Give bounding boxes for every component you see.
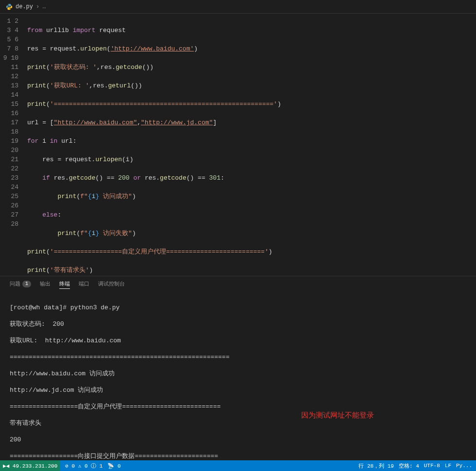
status-position[interactable]: 行 28，列 19 [358, 462, 394, 470]
annotation-text: 因为测试网址不能登录 [301, 412, 374, 420]
statusbar: ▶◀ 49.233.231.200 ⊘ 0 ⚠ 0 ⓘ 1 📡 0 行 28，列… [0, 460, 476, 471]
status-remote[interactable]: ▶◀ 49.233.231.200 [0, 460, 60, 471]
terminal-line: http://www.baidu.com 访问成功 [10, 370, 466, 378]
breadcrumb-file[interactable]: de.py [16, 3, 33, 10]
terminal-line: http://www.jd.com 访问成功 [10, 386, 466, 394]
tab-problems[interactable]: 问题 1 [10, 280, 31, 287]
status-encoding[interactable]: UTF-8 [424, 463, 440, 469]
tab-debug-console[interactable]: 调试控制台 [98, 280, 125, 287]
panel-tabs: 问题 1 输出 终端 端口 调试控制台 [0, 276, 476, 291]
status-eol[interactable]: LF [445, 463, 451, 469]
terminal-line: ========================================… [10, 353, 466, 361]
terminal-line: 获取URL: http://www.baidu.com [10, 336, 466, 345]
panel: 问题 1 输出 终端 端口 调试控制台 [root@wh data]# pyth… [0, 276, 476, 460]
terminal-line: 获取状态码: 200 [10, 320, 466, 328]
terminal-line: ==================向接口提交用户数据=============… [10, 452, 466, 460]
terminal[interactable]: [root@wh data]# python3 de.py 获取状态码: 200… [0, 291, 476, 460]
tab-output[interactable]: 输出 [40, 280, 51, 287]
editor[interactable]: 1 2 3 4 5 6 7 8 9 10 11 12 13 14 15 16 1… [0, 14, 476, 276]
status-errors[interactable]: ⊘ 0 ⚠ 0 ⓘ 1 [65, 462, 102, 470]
breadcrumb-more[interactable]: … [42, 3, 46, 10]
terminal-line: 200 [10, 436, 466, 444]
python-file-icon [6, 3, 13, 10]
terminal-line: ==================自定义用户代理===============… [10, 403, 466, 411]
gutter: 1 2 3 4 5 6 7 8 9 10 11 12 13 14 15 16 1… [0, 14, 27, 276]
status-spaces[interactable]: 空格: 4 [399, 462, 419, 470]
breadcrumb-bar: de.py › … [0, 0, 476, 14]
status-language[interactable]: Py... [456, 463, 472, 469]
code-area[interactable]: from urllib import request res = request… [27, 14, 476, 276]
terminal-line: 带有请求头 [10, 419, 466, 427]
terminal-line: [root@wh data]# python3 de.py [10, 303, 466, 312]
chevron-right-icon: › [36, 3, 39, 10]
tab-ports[interactable]: 端口 [79, 280, 89, 287]
status-radio[interactable]: 📡 0 [107, 463, 120, 469]
tab-terminal[interactable]: 终端 [59, 280, 70, 287]
